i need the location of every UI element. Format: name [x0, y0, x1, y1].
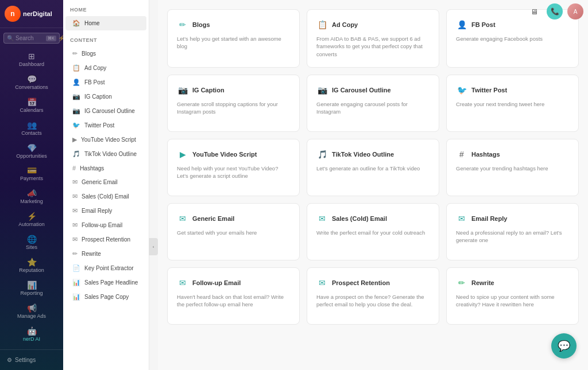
card-description: Create your next trending tweet here	[456, 100, 569, 108]
card-title: Generic Email	[192, 215, 234, 222]
card-icon-email-reply: ✉	[456, 213, 467, 224]
sidebar-item-label: Automation	[18, 222, 45, 228]
panel-item-ig-carousel[interactable]: 📷 IG Carousel Outline	[65, 104, 146, 118]
user-avatar[interactable]: A	[567, 3, 583, 20]
card-icon-hashtags: #	[456, 149, 467, 160]
panel-item-label: Generic Email	[82, 179, 118, 185]
card-title: FB Post	[471, 21, 496, 28]
card-youtube-script[interactable]: ▶ YouTube Video Script Need help with yo…	[167, 139, 300, 196]
logo-text: nerDigital	[23, 10, 52, 17]
settings-item[interactable]: ⚙ Settings	[2, 355, 61, 365]
sidebar-item-payments[interactable]: 💳 Payments	[0, 162, 63, 185]
phone-icon[interactable]: 📞	[547, 3, 563, 20]
sidebar-item-label: Sites	[26, 245, 37, 251]
card-tiktok-outline[interactable]: 🎵 TikTok Video Outline Let's generate an…	[307, 139, 439, 196]
chat-bubble-button[interactable]: 💬	[551, 333, 577, 359]
card-title: Hashtags	[471, 151, 500, 158]
search-container[interactable]: 🔍 ⌘K ⚡	[3, 33, 60, 44]
panel-item-youtube-script[interactable]: ▶ YouTube Video Script	[65, 133, 146, 147]
card-blogs[interactable]: ✏ Blogs Let's help you get started with …	[167, 9, 300, 68]
monitor-icon[interactable]: 🖥	[526, 3, 542, 20]
card-icon-follow-up: ✉	[177, 277, 188, 289]
contacts-icon: 👥	[27, 120, 37, 130]
card-description: Let's generate an outline for a TikTok v…	[316, 165, 430, 172]
sidebar-item-conversations[interactable]: 💬 Conversations	[0, 71, 63, 94]
card-description: Have a prospect on the fence? Generate t…	[316, 293, 430, 309]
sidebar-item-opportunities[interactable]: 💎 Opportunities	[0, 140, 63, 163]
panel-item-prospect-retention[interactable]: ✉ Prospect Retention	[65, 232, 146, 247]
automation-icon: ⚡	[27, 212, 37, 221]
search-input[interactable]	[16, 35, 44, 41]
card-title: Email Reply	[471, 215, 507, 222]
sidebar-item-reporting[interactable]: 📊 Reporting	[0, 277, 63, 300]
generic-email-icon: ✉	[72, 178, 78, 186]
panel-item-hashtags[interactable]: # Hashtags	[65, 161, 146, 175]
panel-item-ig-caption[interactable]: 📷 IG Caption	[65, 89, 146, 104]
sidebar-item-nerd-ai[interactable]: 🤖 nerD AI	[0, 323, 63, 346]
sidebar-nav: ⊞ Dashboard 💬 Conversations 📅 Calendars …	[0, 46, 63, 349]
sidebar-item-manage-ads[interactable]: 📢 Manage Ads	[0, 300, 63, 323]
sidebar-item-label: Opportunities	[16, 154, 47, 159]
panel-item-label: Twitter Post	[84, 122, 114, 128]
panel-item-rewrite[interactable]: ✏ Rewrite	[65, 247, 146, 261]
calendars-icon: 📅	[27, 98, 37, 107]
card-ig-carousel[interactable]: 📷 IG Carousel Outline Generate engaging …	[307, 75, 439, 132]
card-header: 📷 IG Caption	[177, 84, 290, 96]
sidebar-item-reputation[interactable]: ⭐ Reputation	[0, 254, 63, 277]
card-sales-cold-email[interactable]: ✉ Sales (Cold) Email Write the perfect e…	[307, 203, 439, 260]
card-title: TikTok Video Outline	[332, 151, 394, 158]
card-follow-up[interactable]: ✉ Follow-up Email Haven't heard back on …	[167, 267, 300, 325]
nerd-ai-icon: 🤖	[27, 326, 37, 336]
panel-item-follow-up[interactable]: ✉ Follow-up Email	[65, 218, 146, 232]
panel-item-label: IG Carousel Outline	[84, 108, 135, 114]
card-prospect-retention[interactable]: ✉ Prospect Retention Have a prospect on …	[307, 267, 439, 325]
card-description: Generate engaging Facebook posts	[456, 35, 569, 42]
card-ad-copy[interactable]: 📋 Ad Copy From AIDA to BAB & PAS, we sup…	[307, 9, 439, 68]
card-icon-fb-post: 👤	[456, 19, 467, 30]
sidebar-item-contacts[interactable]: 👥 Contacts	[0, 117, 63, 140]
sidebar-item-sites[interactable]: 🌐 Sites	[0, 231, 63, 254]
sidebar-item-calendars[interactable]: 📅 Calendars	[0, 94, 63, 117]
panel-item-sales-page-copy[interactable]: 📊 Sales Page Copy	[65, 290, 146, 304]
payments-icon: 💳	[27, 166, 37, 175]
cards-grid: ✏ Blogs Let's help you get started with …	[167, 9, 579, 325]
opportunities-icon: 💎	[27, 143, 37, 153]
panel-item-generic-email[interactable]: ✉ Generic Email	[65, 175, 146, 189]
panel-item-sales-page-headline[interactable]: 📊 Sales Page Headline	[65, 275, 146, 290]
card-header: ✉ Sales (Cold) Email	[316, 213, 430, 224]
card-ig-caption[interactable]: 📷 IG Caption Generate scroll stopping ca…	[167, 75, 300, 132]
panel-item-twitter-post[interactable]: 🐦 Twitter Post	[65, 118, 146, 133]
panel-item-email-reply[interactable]: ✉ Email Reply	[65, 204, 146, 218]
card-icon-rewrite: ✏	[456, 277, 467, 289]
card-description: Need help with your next YouTube Video? …	[177, 165, 290, 180]
panel-item-fb-post[interactable]: 👤 FB Post	[65, 75, 146, 89]
card-icon-youtube-script: ▶	[177, 149, 188, 160]
sidebar-item-dashboard[interactable]: ⊞ Dashboard	[0, 48, 63, 71]
panel-item-home[interactable]: 🏠 Home	[65, 16, 146, 30]
panel-item-key-point[interactable]: 📄 Key Point Extractor	[65, 261, 146, 275]
sales-page-headline-icon: 📊	[72, 279, 80, 286]
card-generic-email[interactable]: ✉ Generic Email Get started with your em…	[167, 203, 300, 260]
collapse-sidebar-button[interactable]: ‹	[149, 238, 158, 255]
card-description: Haven't heard back on that lost email? W…	[177, 293, 290, 309]
card-description: Generate your trending hashtags here	[456, 165, 569, 172]
card-twitter-post[interactable]: 🐦 Twitter Post Create your next trending…	[446, 75, 579, 132]
panel-item-sales-cold-email[interactable]: ✉ Sales (Cold) Email	[65, 189, 146, 204]
sidebar-item-marketing[interactable]: 📣 Marketing	[0, 185, 63, 208]
panel-item-tiktok-outline[interactable]: 🎵 TikTok Video Outline	[65, 147, 146, 161]
panel-item-ad-copy[interactable]: 📋 Ad Copy	[65, 61, 146, 75]
bolt-icon: ⚡	[58, 35, 63, 41]
card-header: ✉ Prospect Retention	[316, 277, 430, 289]
card-title: Sales (Cold) Email	[332, 215, 387, 222]
card-header: 🐦 Twitter Post	[456, 84, 569, 96]
card-hashtags[interactable]: # Hashtags Generate your trending hashta…	[446, 139, 579, 196]
email-reply-icon: ✉	[72, 207, 78, 215]
sidebar-item-label: Reporting	[20, 291, 42, 297]
card-title: YouTube Video Script	[192, 151, 257, 158]
panel-item-blogs[interactable]: ✏ Blogs	[65, 46, 146, 61]
card-description: Need to spice up your content with some …	[456, 293, 569, 309]
card-header: ✏ Rewrite	[456, 277, 569, 289]
card-email-reply[interactable]: ✉ Email Reply Need a professional reply …	[446, 203, 579, 260]
card-rewrite[interactable]: ✏ Rewrite Need to spice up your content …	[446, 267, 579, 325]
sidebar-item-automation[interactable]: ⚡ Automation	[0, 208, 63, 231]
